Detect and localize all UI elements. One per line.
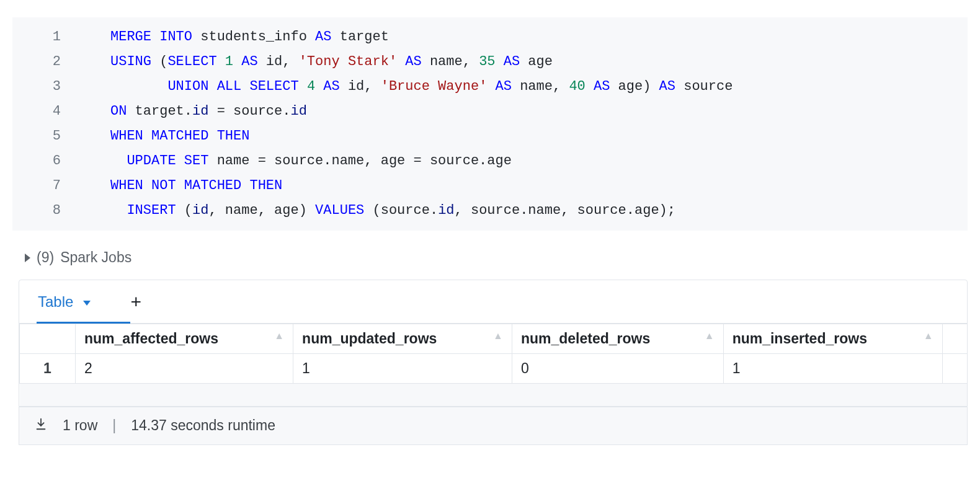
spark-jobs-count: (9) bbox=[37, 249, 54, 266]
code-content[interactable]: WHEN NOT MATCHED THEN bbox=[86, 174, 968, 198]
line-number: 8 bbox=[12, 198, 86, 223]
col-num_affected_rows[interactable]: num_affected_rows▲ bbox=[76, 324, 293, 354]
col-num_deleted_rows[interactable]: num_deleted_rows▲ bbox=[512, 324, 723, 354]
col-num_updated_rows[interactable]: num_updated_rows▲ bbox=[293, 324, 512, 354]
table-cell[interactable]: 2 bbox=[76, 354, 293, 384]
col-trailing bbox=[942, 324, 967, 354]
table-header-row: num_affected_rows▲ num_updated_rows▲ num… bbox=[20, 324, 968, 354]
code-content[interactable]: UPDATE SET name = source.name, age = sou… bbox=[86, 149, 968, 174]
code-content[interactable]: ON target.id = source.id bbox=[86, 99, 968, 124]
code-line[interactable]: 7WHEN NOT MATCHED THEN bbox=[12, 174, 968, 198]
sort-icon[interactable]: ▲ bbox=[274, 330, 284, 342]
status-row-count: 1 row bbox=[63, 417, 97, 434]
code-line[interactable]: 1MERGE INTO students_info AS target bbox=[12, 25, 968, 50]
line-number: 5 bbox=[12, 124, 86, 149]
code-cell[interactable]: 1MERGE INTO students_info AS target2USIN… bbox=[12, 17, 968, 231]
line-number: 4 bbox=[12, 99, 86, 124]
tab-label: Table bbox=[38, 293, 73, 311]
tab-bar: Table + bbox=[19, 280, 967, 324]
spark-jobs-toggle[interactable]: (9) Spark Jobs bbox=[25, 249, 968, 266]
table-corner bbox=[20, 324, 76, 354]
add-tab-button[interactable]: + bbox=[130, 291, 141, 312]
status-separator: | bbox=[112, 417, 116, 434]
sort-icon[interactable]: ▲ bbox=[493, 330, 503, 342]
table-row[interactable]: 12101 bbox=[20, 354, 968, 384]
spark-jobs-label: Spark Jobs bbox=[60, 249, 131, 266]
table-cell[interactable]: 0 bbox=[512, 354, 723, 384]
line-number: 7 bbox=[12, 174, 86, 198]
table-cell[interactable]: 1 bbox=[293, 354, 512, 384]
line-number: 6 bbox=[12, 149, 86, 174]
code-line[interactable]: 4ON target.id = source.id bbox=[12, 99, 968, 124]
code-line[interactable]: 8 INSERT (id, name, age) VALUES (source.… bbox=[12, 198, 968, 223]
col-num_inserted_rows[interactable]: num_inserted_rows▲ bbox=[723, 324, 942, 354]
line-number: 3 bbox=[12, 74, 86, 99]
sort-icon[interactable]: ▲ bbox=[924, 330, 933, 342]
table-cell[interactable]: 1 bbox=[723, 354, 942, 384]
sort-icon[interactable]: ▲ bbox=[705, 330, 715, 342]
code-content[interactable]: USING (SELECT 1 AS id, 'Tony Stark' AS n… bbox=[86, 50, 968, 74]
download-icon[interactable] bbox=[34, 417, 48, 435]
status-runtime: 14.37 seconds runtime bbox=[131, 417, 275, 434]
code-content[interactable]: INSERT (id, name, age) VALUES (source.id… bbox=[86, 198, 968, 223]
row-number: 1 bbox=[20, 354, 76, 384]
line-number: 1 bbox=[12, 25, 86, 50]
line-number: 2 bbox=[12, 50, 86, 74]
chevron-down-icon[interactable] bbox=[83, 301, 91, 306]
code-line[interactable]: 6 UPDATE SET name = source.name, age = s… bbox=[12, 149, 968, 174]
code-line[interactable]: 2USING (SELECT 1 AS id, 'Tony Stark' AS … bbox=[12, 50, 968, 74]
code-line[interactable]: 5WHEN MATCHED THEN bbox=[12, 124, 968, 149]
table-cell-trailing bbox=[942, 354, 967, 384]
result-panel: Table + num_affected_rows▲ num_updated_r… bbox=[19, 280, 968, 407]
plus-icon: + bbox=[130, 291, 141, 312]
code-content[interactable]: MERGE INTO students_info AS target bbox=[86, 25, 968, 50]
status-bar: 1 row | 14.37 seconds runtime bbox=[19, 407, 968, 445]
chevron-right-icon bbox=[25, 254, 30, 262]
code-content[interactable]: UNION ALL SELECT 4 AS id, 'Bruce Wayne' … bbox=[86, 74, 968, 99]
tab-table[interactable]: Table bbox=[38, 280, 91, 323]
code-content[interactable]: WHEN MATCHED THEN bbox=[86, 124, 968, 149]
result-table: num_affected_rows▲ num_updated_rows▲ num… bbox=[19, 324, 967, 406]
code-line[interactable]: 3 UNION ALL SELECT 4 AS id, 'Bruce Wayne… bbox=[12, 74, 968, 99]
